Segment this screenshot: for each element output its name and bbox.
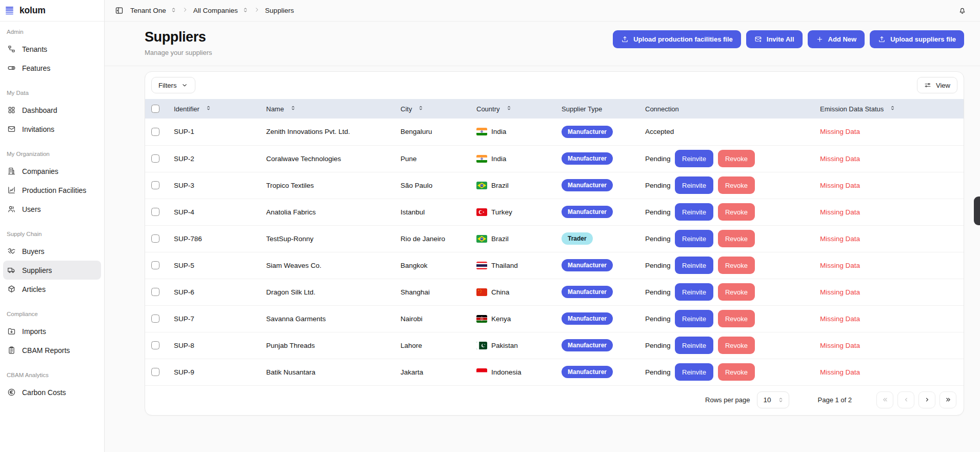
cell-name: Punjab Threads [260, 332, 394, 359]
revoke-button[interactable]: Revoke [718, 230, 755, 247]
select-all-checkbox[interactable] [151, 105, 159, 113]
revoke-button[interactable]: Revoke [718, 310, 755, 327]
sidebar-item-buyers[interactable]: Buyers [3, 242, 101, 261]
sidebar-item-cbam-reports[interactable]: CBAM Reports [3, 341, 101, 360]
cell-supplier-type: Manufacturer [555, 305, 639, 332]
prev-page-button[interactable] [897, 391, 914, 408]
kolum-logo-icon [5, 6, 15, 15]
revoke-button[interactable]: Revoke [718, 176, 755, 194]
sort-icon[interactable] [290, 105, 296, 113]
nav-group-label: My Organization [3, 151, 101, 162]
upload-production-facilities-file-button[interactable]: Upload production facilities file [613, 30, 741, 48]
row-checkbox[interactable] [151, 181, 159, 189]
flag-indonesia-icon [476, 368, 487, 376]
row-checkbox[interactable] [151, 208, 159, 216]
emission-status-text: Missing Data [820, 235, 860, 243]
row-checkbox[interactable] [151, 128, 159, 136]
cell-country: Brazil [470, 172, 555, 199]
row-checkbox[interactable] [151, 341, 159, 349]
emission-status-text: Missing Data [820, 182, 860, 189]
cell-city: Istanbul [394, 199, 470, 225]
country-name: Pakistan [491, 342, 518, 349]
invite-all-button[interactable]: Invite All [746, 30, 803, 48]
row-checkbox[interactable] [151, 261, 159, 269]
reinvite-button[interactable]: Reinvite [675, 283, 713, 301]
row-checkbox[interactable] [151, 234, 159, 243]
chevron-right-icon [254, 7, 260, 14]
sidebar-item-tenants[interactable]: Tenants [3, 40, 101, 58]
sidebar-item-production-facilities[interactable]: Production Facilities [3, 181, 101, 200]
table-row: SUP-4Anatolia FabricsIstanbulTurkeyManuf… [145, 199, 964, 225]
sort-icon[interactable] [205, 105, 212, 113]
breadcrumb-company-selector[interactable]: All Companies [193, 7, 249, 15]
column-header-name[interactable]: Name [260, 99, 394, 119]
sort-icon[interactable] [417, 105, 424, 113]
revoke-button[interactable]: Revoke [718, 257, 755, 274]
table-row: SUP-8Punjab ThreadsLahorePakistanManufac… [145, 332, 964, 359]
sidebar-item-features[interactable]: Features [3, 58, 101, 77]
cell-emission-status: Missing Data [814, 199, 964, 225]
cell-name: Batik Nusantara [260, 359, 394, 385]
bell-icon[interactable] [958, 6, 967, 15]
reinvite-button[interactable]: Reinvite [675, 310, 713, 327]
view-button[interactable]: View [917, 77, 957, 93]
reinvite-button[interactable]: Reinvite [675, 257, 713, 274]
row-checkbox[interactable] [151, 154, 159, 163]
revoke-button[interactable]: Revoke [718, 150, 755, 167]
sidebar-item-users[interactable]: Users [3, 200, 101, 219]
sidebar-item-imports[interactable]: Imports [3, 322, 101, 341]
buyers-icon [7, 247, 16, 256]
connection-status: Pending [645, 288, 675, 296]
first-page-button[interactable] [876, 391, 893, 408]
cell-identifier: SUP-786 [168, 225, 260, 252]
row-checkbox[interactable] [151, 368, 159, 376]
filters-button[interactable]: Filters [151, 77, 195, 93]
revoke-button[interactable]: Revoke [718, 203, 755, 221]
column-header-country[interactable]: Country [470, 99, 555, 119]
column-header-emission-data-status[interactable]: Emission Data Status [814, 99, 964, 119]
upload-icon [878, 35, 886, 43]
flag-india-icon [476, 155, 487, 163]
sidebar-item-dashboard[interactable]: Dashboard [3, 101, 101, 120]
reinvite-button[interactable]: Reinvite [675, 150, 713, 167]
button-label: Upload suppliers file [890, 35, 956, 43]
breadcrumb-tenant-selector[interactable]: Tenant One [130, 7, 177, 15]
page-subtitle: Manage your suppliers [145, 49, 212, 56]
sidebar-toggle-icon[interactable] [115, 6, 124, 15]
sort-icon[interactable] [506, 105, 512, 113]
sidebar-item-companies[interactable]: Companies [3, 162, 101, 181]
sidebar-item-invitations[interactable]: Invitations [3, 120, 101, 139]
row-checkbox[interactable] [151, 288, 159, 296]
reinvite-button[interactable]: Reinvite [675, 176, 713, 194]
cell-city: Jakarta [394, 359, 470, 385]
reinvite-button[interactable]: Reinvite [675, 203, 713, 221]
cell-country: Pakistan [470, 332, 555, 359]
reinvite-button[interactable]: Reinvite [675, 363, 713, 381]
column-header-city[interactable]: City [394, 99, 470, 119]
sidebar-item-articles[interactable]: Articles [3, 280, 101, 299]
row-checkbox[interactable] [151, 315, 159, 323]
sidebar-item-carbon-costs[interactable]: Carbon Costs [3, 383, 101, 402]
breadcrumb-company-label: All Companies [193, 7, 238, 14]
column-header-identifier[interactable]: Identifier [168, 99, 260, 119]
sort-icon[interactable] [889, 105, 896, 113]
upload-suppliers-file-button[interactable]: Upload suppliers file [870, 30, 964, 48]
revoke-button[interactable]: Revoke [718, 363, 755, 381]
sidebar-item-label: Tenants [22, 45, 47, 53]
view-label: View [936, 82, 950, 89]
reinvite-button[interactable]: Reinvite [675, 230, 713, 247]
add-new-button[interactable]: Add New [808, 30, 865, 48]
revoke-button[interactable]: Revoke [718, 337, 755, 354]
emission-status-text: Missing Data [820, 128, 860, 135]
revoke-button[interactable]: Revoke [718, 283, 755, 301]
connection-status: Pending [645, 315, 675, 323]
rows-per-page-select[interactable]: 10 [757, 391, 789, 408]
reinvite-button[interactable]: Reinvite [675, 337, 713, 354]
last-page-button[interactable] [939, 391, 956, 408]
breadcrumb-current-page[interactable]: Suppliers [265, 7, 294, 14]
next-page-button[interactable] [918, 391, 935, 408]
edge-scroll-tab[interactable] [974, 196, 980, 225]
sidebar-item-suppliers[interactable]: Suppliers [3, 261, 101, 280]
cell-supplier-type: Manufacturer [555, 172, 639, 199]
cell-name: Tropico Textiles [260, 172, 394, 199]
